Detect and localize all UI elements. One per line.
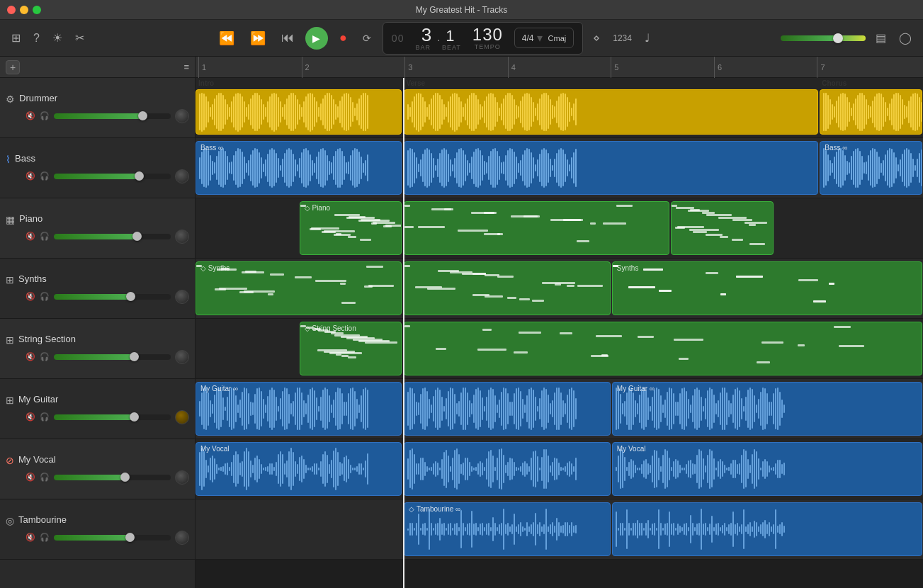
window-title: My Greatest Hit - Tracks <box>416 5 507 15</box>
track-lane-drummer[interactable]: Intro Verse Chorus <box>196 78 923 138</box>
drummer-segment-1[interactable] <box>196 89 402 135</box>
track-lane-piano[interactable]: ◇ Piano <box>196 198 923 259</box>
tuner-icon[interactable]: ⋄ <box>590 28 603 47</box>
tambourine-mute-icon[interactable]: 🔇 <box>26 533 35 542</box>
bass-headphones-icon[interactable]: 🎧 <box>40 171 50 181</box>
guitar-pan-knob[interactable] <box>175 410 189 424</box>
vocal-segment-1[interactable]: My Vocal <box>196 442 402 496</box>
strings-mute-icon[interactable]: 🔇 <box>26 352 35 361</box>
tambourine-waveform-2 <box>613 503 922 555</box>
strings-segment-1[interactable]: ◇ String Section <box>300 322 402 375</box>
track-lane-my-vocal[interactable]: My Vocal My Vocal <box>196 439 923 499</box>
synths-mute-icon[interactable]: 🔇 <box>26 292 35 301</box>
guitar-fader[interactable] <box>54 414 171 420</box>
piano-segment-2[interactable] <box>404 201 669 255</box>
cycle-button[interactable]: ⟳ <box>358 30 375 47</box>
synths-pan-knob[interactable] <box>175 290 189 304</box>
piano-icon: ▦ <box>6 214 15 225</box>
synths-segment-3[interactable]: Synths <box>612 261 922 315</box>
tambourine-headphones-icon[interactable]: 🎧 <box>40 533 50 542</box>
strings-midi-2 <box>404 322 922 375</box>
guitar-segment-3[interactable]: My Guitar ∞ <box>612 382 922 436</box>
piano-headphones-icon[interactable]: 🎧 <box>40 232 50 241</box>
bass-fader[interactable] <box>54 174 171 179</box>
ruler-mark-5: 5 <box>611 57 714 78</box>
drummer-segment-3[interactable] <box>820 89 922 135</box>
guitar-mute-icon[interactable]: 🔇 <box>26 412 35 422</box>
play-button[interactable]: ▶ <box>305 27 328 50</box>
synths-fader[interactable] <box>54 294 171 300</box>
rewind-button[interactable]: ⏪ <box>215 28 239 49</box>
library-icon[interactable]: ⊞ <box>9 28 23 47</box>
tambourine-segment-1[interactable]: ◇ Tambourine ∞ <box>404 502 610 556</box>
ruler-mark-6: 6 <box>714 57 817 78</box>
piano-pan-knob[interactable] <box>175 230 189 244</box>
smart-help-icon[interactable]: ◯ <box>896 28 914 47</box>
bass-segment-3[interactable]: Bass ∞ <box>820 141 922 195</box>
vocal-track-name: My Vocal <box>18 454 56 465</box>
bass-pan-knob[interactable] <box>175 169 189 183</box>
strings-fader[interactable] <box>54 354 171 360</box>
maximize-button[interactable] <box>33 6 41 14</box>
note-icon[interactable]: ♩ <box>642 28 653 47</box>
close-button[interactable] <box>7 6 16 14</box>
guitar-segment-2[interactable] <box>404 382 610 436</box>
vocal-fader[interactable] <box>54 475 171 480</box>
synths-headphones-icon[interactable]: 🎧 <box>40 292 50 301</box>
smart-controls-icon[interactable]: ☀ <box>50 28 65 47</box>
bass-segment-1[interactable]: Bass ∞ <box>196 141 402 195</box>
piano-fader[interactable] <box>54 234 171 239</box>
tracks-container[interactable]: Intro Verse Chorus Bass ∞ <box>196 78 923 588</box>
headphones-icon[interactable]: 🎧 <box>40 111 50 120</box>
string-section-controls: 🔇 🎧 <box>26 350 189 364</box>
track-lane-my-guitar[interactable]: My Guitar ∞ My Guitar ∞ <box>196 379 923 439</box>
to-start-button[interactable]: ⏮ <box>277 28 298 48</box>
sidebar: + ≡ ⚙ Drummer 🔇 🎧 ⌇ Bass <box>0 57 196 588</box>
master-volume-slider[interactable] <box>781 35 866 41</box>
strings-pan-knob[interactable] <box>175 350 189 364</box>
piano-mute-icon[interactable]: 🔇 <box>26 232 35 241</box>
drummer-pan-knob[interactable] <box>175 109 189 123</box>
chorus-label: Chorus <box>819 78 849 89</box>
tambourine-segment-2[interactable] <box>612 502 922 556</box>
vocal-pan-knob[interactable] <box>175 470 189 485</box>
timeline-ruler: 1 2 3 4 5 6 7 <box>196 57 923 78</box>
vocal-headphones-icon[interactable]: 🎧 <box>40 473 50 482</box>
track-lane-synths[interactable]: ◇ Synths Synths <box>196 259 923 319</box>
strings-headphones-icon[interactable]: 🎧 <box>40 352 50 361</box>
track-list-icon[interactable]: ≡ <box>183 62 189 72</box>
mute-icon[interactable]: 🔇 <box>26 111 35 120</box>
time-sig-display[interactable]: 4/4 ▾ Cmaj <box>514 28 574 48</box>
track-lane-string-section[interactable]: ◇ String Section <box>196 319 923 379</box>
mixer-icon[interactable]: ▤ <box>873 28 889 47</box>
minimize-button[interactable] <box>20 6 28 14</box>
window-controls <box>7 6 41 14</box>
record-button[interactable]: ● <box>335 28 351 48</box>
track-lane-bass[interactable]: Bass ∞ Bass ∞ <box>196 138 923 198</box>
help-icon[interactable]: ? <box>30 29 43 47</box>
piano-segment-1[interactable]: ◇ Piano <box>300 201 402 255</box>
fast-forward-button[interactable]: ⏩ <box>246 28 270 49</box>
bass-segment-2[interactable] <box>404 141 818 195</box>
drummer-waveform-1 <box>196 90 401 134</box>
guitar-headphones-icon[interactable]: 🎧 <box>40 412 50 422</box>
strings-segment-2[interactable] <box>404 322 922 375</box>
titlebar: My Greatest Hit - Tracks <box>0 0 923 20</box>
synths-segment-2[interactable] <box>404 261 610 315</box>
vocal-segment-2[interactable] <box>404 442 610 496</box>
add-track-button[interactable]: + <box>6 60 20 74</box>
metronome-icon[interactable]: 1234 <box>610 30 635 46</box>
vocal-mute-icon[interactable]: 🔇 <box>26 473 35 482</box>
guitar-segment-1[interactable]: My Guitar ∞ <box>196 382 402 436</box>
drummer-fader[interactable] <box>54 113 171 119</box>
synths-label-3: Synths <box>617 264 639 272</box>
tambourine-fader[interactable] <box>54 535 171 541</box>
scissors-icon[interactable]: ✂ <box>72 28 87 47</box>
tambourine-pan-knob[interactable] <box>175 531 189 545</box>
piano-segment-3[interactable] <box>671 201 774 255</box>
bass-mute-icon[interactable]: 🔇 <box>26 171 35 181</box>
track-lane-tambourine[interactable]: ◇ Tambourine ∞ <box>196 499 923 560</box>
vocal-segment-3[interactable]: My Vocal <box>612 442 922 496</box>
synths-segment-1[interactable]: ◇ Synths <box>196 261 402 315</box>
drummer-segment-2[interactable] <box>404 89 818 135</box>
